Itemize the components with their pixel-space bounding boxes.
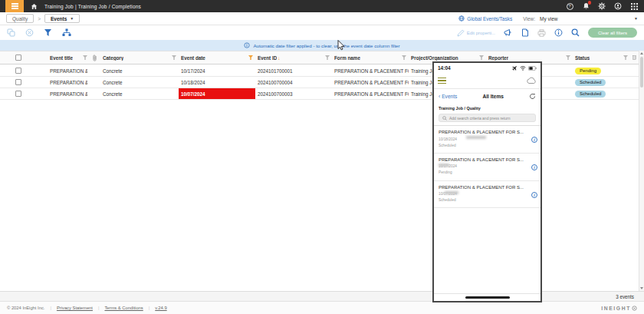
search-icon: [571, 28, 580, 37]
hierarchy-button[interactable]: [62, 28, 71, 37]
terms-conditions-link[interactable]: Terms & Conditions: [104, 306, 143, 310]
view-dropdown[interactable]: My view ▼: [540, 16, 638, 21]
event-date-cell: 10/18/2024: [179, 77, 255, 88]
column-header-status[interactable]: Status: [573, 51, 630, 64]
chevron-down-icon: ▼: [634, 16, 638, 21]
help-button[interactable]: ?: [566, 2, 573, 10]
phone-back-button[interactable]: ‹ Events: [439, 94, 457, 99]
column-header-event-id[interactable]: Event ID ↓: [255, 51, 332, 64]
phone-search-input[interactable]: Add search criteria and press return: [439, 114, 536, 122]
edit-properties-button[interactable]: Edit properti...: [457, 29, 495, 37]
announce-button[interactable]: [504, 28, 513, 37]
redacted-text: [466, 136, 486, 139]
column-header-event-title[interactable]: Event title: [48, 51, 90, 64]
phone-home-indicator[interactable]: [434, 293, 540, 301]
top-app-bar: Training Job | Training Job / Completion…: [0, 0, 644, 12]
info-icon[interactable]: i: [531, 164, 537, 170]
filter-icon[interactable]: [623, 55, 628, 60]
global-events-tasks-link[interactable]: Global Events/Tasks: [458, 15, 512, 21]
cloud-sync-icon[interactable]: [526, 77, 537, 84]
apps-menu-button[interactable]: [630, 2, 638, 10]
search-icon: [442, 116, 447, 121]
globe-icon: [458, 15, 465, 21]
filter-icon[interactable]: [83, 55, 87, 60]
event-count: 3 events: [616, 294, 634, 299]
column-header-form-name[interactable]: Form name: [332, 51, 409, 64]
breadcrumb-separator: >: [38, 16, 41, 21]
phone-menu-button[interactable]: [438, 78, 446, 84]
phone-item-date: 10/18/2024: [439, 137, 457, 141]
sort-descending-icon: ↓: [278, 55, 280, 61]
page-footer: © 2024 InEight Inc. | Privacy Statement …: [0, 301, 644, 314]
phone-list-item[interactable]: PREPARATION & PLACEMENT FOR S... 10/18/2…: [434, 126, 540, 154]
event-row[interactable]: PREPARATION & PLACEMENT FOR S... Concret…: [0, 88, 639, 100]
notifications-button[interactable]: [582, 2, 590, 10]
scrollbar-thumb[interactable]: [640, 57, 643, 88]
phone-app-bar: [434, 73, 540, 89]
phone-context-label: Training Job / Quality: [434, 104, 540, 111]
phone-item-status: Pending: [439, 170, 452, 174]
filter-icon[interactable]: [172, 55, 176, 60]
phone-search-placeholder: Add search criteria and press return: [449, 116, 510, 121]
filter-icon[interactable]: [402, 55, 406, 60]
privacy-statement-link[interactable]: Privacy Statement: [57, 306, 93, 310]
home-button[interactable]: [31, 3, 38, 10]
column-chooser-button[interactable]: [630, 51, 639, 64]
module-breadcrumb-quality[interactable]: Quality: [6, 14, 34, 23]
form-name-cell: PREPARATION & PLACEMENT FOR S...: [332, 77, 409, 88]
grid-search-button[interactable]: [571, 28, 580, 37]
page-selector-events[interactable]: Events ▼: [44, 14, 80, 23]
print-icon: [537, 29, 546, 37]
scroll-up-arrow[interactable]: [640, 52, 643, 55]
main-menu-button[interactable]: [5, 0, 24, 12]
grid-info-button[interactable]: [554, 28, 563, 37]
copy-button[interactable]: [7, 28, 15, 37]
filter-icon[interactable]: [325, 55, 330, 60]
filter-button[interactable]: [44, 28, 52, 37]
attachments-cell: [90, 77, 100, 88]
row-checkbox[interactable]: [15, 68, 21, 74]
auto-filter-banner: Automatic date filter applied - to clear…: [0, 40, 644, 51]
event-row[interactable]: PREPARATION & PLACEMENT FOR S... Concret…: [0, 65, 639, 77]
event-title-link[interactable]: PREPARATION & PLACEMENT FOR S...: [50, 80, 87, 85]
phone-list-item[interactable]: PREPARATION & PLACEMENT FOR S... 10/07/2…: [434, 181, 540, 209]
settings-button[interactable]: [598, 2, 606, 10]
scroll-down-arrow[interactable]: [640, 287, 643, 289]
redacted-text: [445, 191, 458, 194]
copy-icon: [7, 28, 15, 37]
account-button[interactable]: [614, 2, 622, 10]
grid-footer: 3 events: [0, 291, 644, 301]
column-header-event-date[interactable]: Event date: [179, 51, 255, 64]
version-link[interactable]: v.24.9: [155, 306, 166, 310]
column-header-category[interactable]: Category: [100, 51, 179, 64]
ineight-logo-mark: [632, 306, 637, 311]
phone-page-title: All Items: [482, 94, 503, 99]
active-filter-icon[interactable]: [248, 55, 253, 60]
grid-header-row: Event title Category Event date Event ID…: [0, 51, 639, 64]
refresh-icon[interactable]: [529, 93, 536, 100]
gear-icon: [598, 2, 606, 10]
cancel-event-button[interactable]: [25, 28, 34, 37]
print-button[interactable]: [537, 29, 546, 37]
vertical-scrollbar[interactable]: [639, 51, 644, 291]
attachments-cell: [90, 65, 100, 76]
edit-properties-label: Edit properti...: [467, 31, 495, 35]
filter-icon[interactable]: [566, 55, 570, 60]
row-checkbox[interactable]: [15, 79, 21, 85]
info-icon: [554, 28, 563, 37]
clear-all-filters-button[interactable]: Clear all filters: [588, 28, 637, 38]
event-title-link[interactable]: PREPARATION & PLACEMENT FOR S...: [50, 91, 87, 97]
select-all-checkbox[interactable]: [15, 55, 21, 61]
event-row[interactable]: PREPARATION & PLACEMENT FOR S... Concret…: [0, 77, 639, 88]
phone-list-item[interactable]: PREPARATION & PLACEMENT FOR S... 10/17/2…: [434, 154, 540, 181]
event-date-cell: 10/17/2024: [179, 65, 255, 76]
info-icon[interactable]: i: [531, 137, 537, 143]
column-header-attachments[interactable]: [90, 51, 100, 64]
hierarchy-icon: [62, 28, 71, 37]
event-title-link[interactable]: PREPARATION & PLACEMENT FOR S...: [50, 68, 87, 74]
export-button[interactable]: [521, 28, 529, 37]
filter-icon[interactable]: [479, 55, 484, 60]
info-icon[interactable]: i: [531, 192, 537, 198]
status-badge: Scheduled: [575, 91, 606, 98]
row-checkbox[interactable]: [15, 91, 21, 97]
